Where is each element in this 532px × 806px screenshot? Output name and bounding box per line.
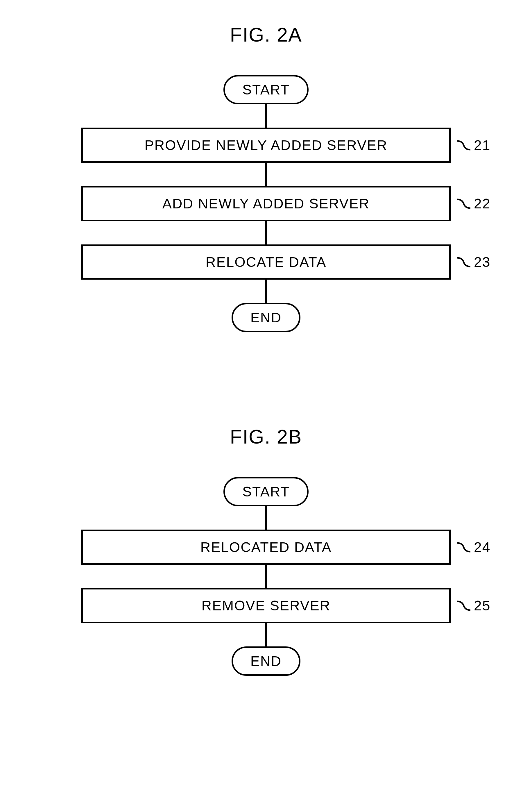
- start-terminal-a: START: [224, 75, 308, 104]
- step-label: 22: [474, 195, 491, 212]
- step-label: 21: [474, 137, 491, 153]
- step-label: 24: [474, 539, 491, 555]
- label-box: 25: [451, 598, 503, 614]
- label-box: 22: [451, 195, 503, 212]
- flowchart-b: START RELOCATED DATA 24 REMOVE SERVER 25…: [29, 477, 503, 676]
- label-connector-icon: [456, 540, 471, 555]
- process-row: ADD NEWLY ADDED SERVER 22: [29, 186, 503, 221]
- process-step: ADD NEWLY ADDED SERVER: [81, 186, 451, 221]
- connector: [265, 104, 267, 128]
- label-connector-icon: [456, 255, 471, 269]
- label-connector-icon: [456, 138, 471, 153]
- end-terminal-b: END: [232, 646, 300, 676]
- figure-title-b: FIG. 2B: [29, 425, 503, 448]
- label-box: 23: [451, 254, 503, 270]
- process-row: RELOCATED DATA 24: [29, 529, 503, 565]
- connector: [265, 623, 267, 646]
- process-row: PROVIDE NEWLY ADDED SERVER 21: [29, 128, 503, 163]
- section-gap: [29, 390, 503, 425]
- step-label: 25: [474, 598, 491, 614]
- connector: [265, 280, 267, 303]
- connector: [265, 565, 267, 588]
- label-connector-icon: [456, 196, 471, 211]
- connector: [265, 163, 267, 186]
- connector: [265, 506, 267, 529]
- label-box: 21: [451, 137, 503, 153]
- end-terminal-a: END: [232, 303, 300, 332]
- process-row: RELOCATE DATA 23: [29, 244, 503, 280]
- flowchart-a: START PROVIDE NEWLY ADDED SERVER 21 ADD …: [29, 75, 503, 332]
- connector: [265, 221, 267, 244]
- process-step: REMOVE SERVER: [81, 588, 451, 623]
- step-label: 23: [474, 254, 491, 270]
- figure-title-a: FIG. 2A: [29, 23, 503, 46]
- process-step: RELOCATE DATA: [81, 244, 451, 280]
- process-step: PROVIDE NEWLY ADDED SERVER: [81, 128, 451, 163]
- label-connector-icon: [456, 598, 471, 613]
- label-box: 24: [451, 539, 503, 555]
- process-row: REMOVE SERVER 25: [29, 588, 503, 623]
- start-terminal-b: START: [224, 477, 308, 506]
- process-step: RELOCATED DATA: [81, 529, 451, 565]
